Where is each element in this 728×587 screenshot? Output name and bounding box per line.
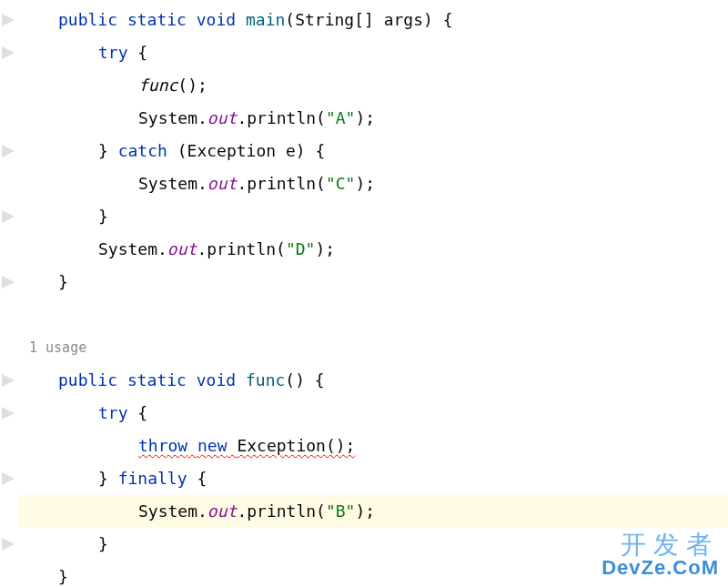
keyword: catch <box>118 141 167 160</box>
keyword: static <box>127 10 187 29</box>
usage-hint[interactable]: 1 usage <box>18 331 728 364</box>
code-line[interactable]: } <box>18 266 728 299</box>
fold-marker-icon <box>2 374 15 387</box>
blank-line <box>18 299 728 331</box>
keyword: new <box>197 436 228 455</box>
code-line[interactable]: try { <box>18 36 728 69</box>
static-field: out <box>207 108 238 127</box>
code-line[interactable]: throw new Exception(); <box>18 430 728 462</box>
code-line[interactable]: } <box>18 561 728 587</box>
fold-marker-icon <box>2 46 15 59</box>
params: () { <box>285 370 324 390</box>
code-line-current[interactable]: System.out.println("B"); <box>18 495 728 528</box>
method-name: func <box>246 370 285 390</box>
static-field: out <box>167 239 197 258</box>
string-literal: "C" <box>326 174 356 193</box>
keyword: try <box>98 403 128 422</box>
code-line[interactable]: func(); <box>18 69 728 102</box>
fold-marker-icon <box>2 407 15 420</box>
method-call: func <box>138 76 177 95</box>
fold-marker-icon <box>2 538 15 551</box>
static-field: out <box>207 174 238 193</box>
keyword: finally <box>118 469 187 488</box>
fold-marker-icon <box>2 276 15 288</box>
class-name: Exception(); <box>237 436 355 455</box>
keyword: try <box>98 43 128 62</box>
fold-marker-icon <box>2 145 15 157</box>
fold-marker-icon <box>2 210 15 223</box>
keyword: void <box>197 370 236 390</box>
code-line[interactable]: System.out.println("D"); <box>18 233 728 266</box>
fold-marker-icon <box>2 14 15 26</box>
string-literal: "B" <box>326 501 356 521</box>
keyword: public <box>58 370 117 390</box>
keyword: static <box>127 370 187 390</box>
code-line[interactable]: public static void func() { <box>18 364 728 397</box>
code-line[interactable]: System.out.println("C"); <box>18 167 728 200</box>
fold-marker-icon <box>2 472 15 485</box>
code-line[interactable]: } finally { <box>18 462 728 495</box>
string-literal: "D" <box>286 239 316 258</box>
method-name: main <box>246 10 285 29</box>
code-editor[interactable]: public static void main(String[] args) {… <box>0 0 728 587</box>
params: (String[] args) { <box>285 10 452 29</box>
code-line[interactable]: } <box>18 200 728 233</box>
keyword: throw <box>138 436 187 455</box>
code-line[interactable]: System.out.println("A"); <box>18 102 728 135</box>
static-field: out <box>207 501 238 521</box>
code-line[interactable]: } catch (Exception e) { <box>18 135 728 167</box>
keyword: public <box>58 10 117 29</box>
usage-count: 1 usage <box>29 331 86 364</box>
string-literal: "A" <box>326 108 356 127</box>
code-line[interactable]: public static void main(String[] args) { <box>18 4 728 36</box>
code-line[interactable]: try { <box>18 397 728 430</box>
code-line[interactable]: } <box>18 528 728 561</box>
keyword: void <box>197 10 236 29</box>
